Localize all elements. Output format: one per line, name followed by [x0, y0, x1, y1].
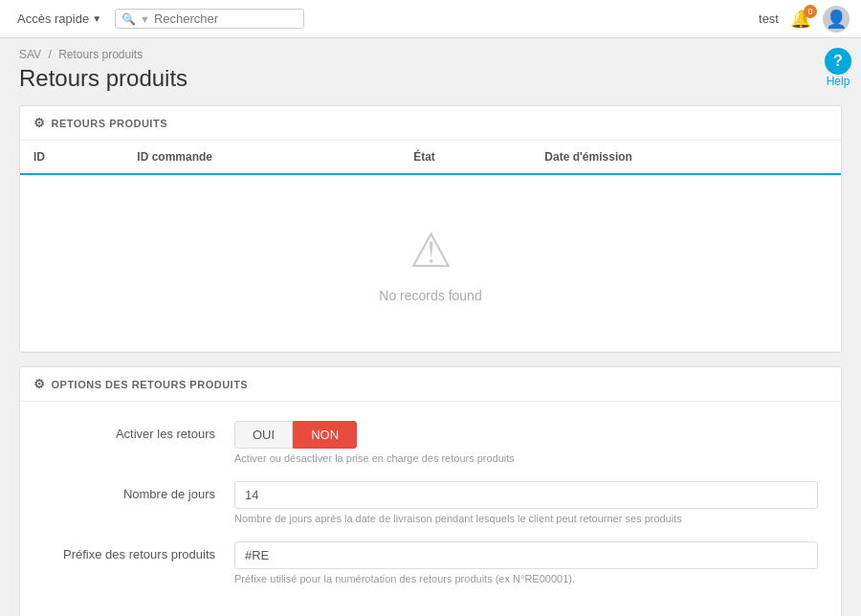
empty-state-row: ⚠ No records found	[20, 174, 841, 352]
jours-input[interactable]	[234, 481, 818, 509]
prefixe-hint: Préfixe utilisé pour la numérotation des…	[234, 573, 818, 584]
form-row-toggle: Activer les retours OUI NON Activer ou d…	[43, 421, 818, 464]
empty-warning-icon: ⚠	[53, 223, 808, 278]
form-row-jours: Nombre de jours Nombre de jours après la…	[43, 481, 818, 524]
user-avatar-icon: 👤	[826, 9, 847, 30]
search-container: 🔍 ▼	[115, 9, 304, 29]
returns-table-title: RETOURS PRODUITS	[52, 118, 167, 129]
search-dropdown-icon[interactable]: ▼	[140, 13, 150, 25]
search-icon[interactable]: 🔍	[121, 12, 136, 26]
options-card: ⚙ OPTIONS DES RETOURS PRODUITS Activer l…	[19, 366, 842, 616]
avatar[interactable]: 👤	[823, 6, 850, 33]
breadcrumb: SAV / Retours produits	[19, 48, 842, 61]
breadcrumb-parent[interactable]: SAV	[19, 48, 41, 61]
toggle-label: Activer les retours	[43, 421, 234, 441]
jours-label: Nombre de jours	[43, 481, 234, 501]
toggle-non-button[interactable]: NON	[293, 421, 357, 449]
help-label: Help	[827, 75, 850, 88]
returns-table-header: ⚙ RETOURS PRODUITS	[20, 106, 841, 141]
prefixe-label: Préfixe des retours produits	[43, 541, 234, 561]
search-input[interactable]	[154, 11, 298, 26]
jours-hint: Nombre de jours après la date de livrais…	[234, 513, 818, 524]
table-header-row: ID ID commande État Date d'émission	[20, 141, 841, 174]
notification-bell[interactable]: 🔔 0	[790, 9, 811, 30]
acces-rapide-label: Accès rapide	[17, 11, 89, 26]
top-navigation: Accès rapide ▼ 🔍 ▼ test 🔔 0 👤	[0, 0, 861, 38]
prefixe-input[interactable]	[234, 541, 818, 569]
col-id-commande[interactable]: ID commande	[123, 141, 400, 174]
toggle-oui-button[interactable]: OUI	[234, 421, 293, 449]
returns-data-table: ID ID commande État Date d'émission ⚠ No…	[20, 141, 841, 352]
toggle-group: OUI NON	[234, 421, 818, 449]
col-date-emission[interactable]: Date d'émission	[531, 141, 841, 174]
breadcrumb-current: Retours produits	[58, 48, 143, 61]
options-header: ⚙ OPTIONS DES RETOURS PRODUITS	[20, 367, 841, 402]
nav-right: test 🔔 0 👤	[759, 6, 850, 33]
chevron-down-icon: ▼	[92, 13, 101, 24]
user-label: test	[759, 11, 779, 26]
options-title: OPTIONS DES RETOURS PRODUITS	[52, 379, 249, 390]
col-etat[interactable]: État	[400, 141, 531, 174]
page-title: Retours produits	[19, 65, 842, 92]
nav-left: Accès rapide ▼ 🔍 ▼	[11, 8, 759, 30]
acces-rapide-button[interactable]: Accès rapide ▼	[11, 8, 107, 30]
prefixe-content: Préfixe utilisé pour la numérotation des…	[234, 541, 818, 584]
help-icon: ?	[825, 48, 851, 75]
form-row-prefixe: Préfixe des retours produits Préfixe uti…	[43, 541, 818, 584]
breadcrumb-separator: /	[48, 48, 51, 61]
main-content: ? Help SAV / Retours produits Retours pr…	[0, 38, 861, 616]
empty-message: No records found	[53, 288, 808, 303]
toggle-hint: Activer ou désactiver la prise en charge…	[234, 452, 818, 464]
bell-badge: 0	[804, 5, 817, 18]
returns-table-card: ⚙ RETOURS PRODUITS ID ID commande État D…	[19, 105, 842, 353]
options-section: Activer les retours OUI NON Activer ou d…	[20, 402, 841, 616]
help-button[interactable]: ? Help	[825, 48, 851, 88]
empty-state: ⚠ No records found	[33, 185, 828, 341]
toggle-content: OUI NON Activer ou désactiver la prise e…	[234, 421, 818, 464]
options-section-icon: ⚙	[33, 377, 46, 391]
jours-content: Nombre de jours après la date de livrais…	[234, 481, 818, 524]
col-id[interactable]: ID	[20, 141, 123, 174]
table-section-icon: ⚙	[33, 116, 46, 130]
